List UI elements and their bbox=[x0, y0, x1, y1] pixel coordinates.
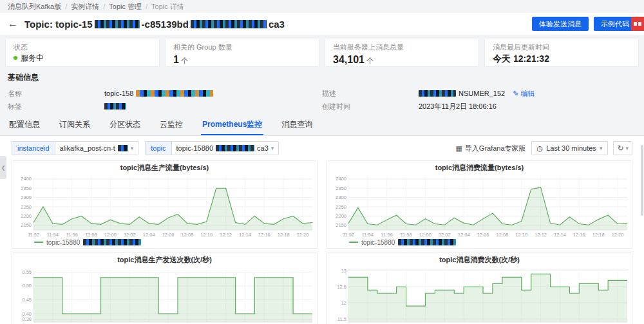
svg-text:12:12: 12:12 bbox=[220, 232, 232, 238]
breadcrumb-item[interactable]: Topic 管理 bbox=[109, 2, 142, 12]
title-prefix: Topic: topic-15 bbox=[24, 19, 93, 30]
edit-description-link[interactable]: ✎ 编辑 bbox=[513, 89, 535, 99]
svg-text:12:18: 12:18 bbox=[278, 232, 290, 238]
stat-card-updated: 消息最后更新时间 今天 12:21:32 bbox=[484, 39, 639, 67]
svg-text:12:04: 12:04 bbox=[458, 232, 470, 238]
stat-unit: 个 bbox=[366, 57, 374, 64]
feedback-glyph bbox=[634, 22, 637, 26]
filter-row: instanceid alikafka_post-cn-t ▾ topic to… bbox=[12, 140, 632, 157]
svg-text:12:18: 12:18 bbox=[592, 232, 605, 238]
legend-item[interactable]: topic-15880 bbox=[12, 238, 317, 248]
svg-text:2200: 2200 bbox=[21, 213, 32, 219]
svg-text:11.5: 11.5 bbox=[337, 316, 346, 322]
svg-text:12:08: 12:08 bbox=[182, 232, 194, 238]
info-label: 名称 bbox=[8, 89, 104, 99]
send-test-message-button[interactable]: 体验发送消息 bbox=[532, 17, 589, 31]
feedback-button-cut[interactable] bbox=[631, 17, 644, 31]
filter-right-controls: ▦ 导入Grafana专家版 ◷ Last 30 minutes ▾ ↻ ▾ bbox=[455, 141, 632, 155]
chart-panel-production-traffic: topic消息生产流量(bytes/s) 2150220022502300235… bbox=[12, 160, 317, 249]
instance-select-label: instanceid bbox=[12, 142, 55, 155]
svg-text:12:02: 12:02 bbox=[124, 232, 136, 238]
tab-message-query[interactable]: 消息查询 bbox=[280, 116, 314, 135]
tab-config[interactable]: 配置信息 bbox=[8, 116, 41, 135]
svg-text:11:52: 11:52 bbox=[343, 232, 354, 238]
import-grafana-button[interactable]: ▦ 导入Grafana专家版 bbox=[455, 144, 526, 153]
redacted-block bbox=[95, 20, 140, 28]
stat-label: 相关的 Group 数量 bbox=[173, 43, 311, 52]
consumption-count-chart: 11.51212.51311:5211:5411:5611:5812:0012:… bbox=[328, 266, 631, 324]
redacted-block bbox=[419, 90, 456, 97]
clock-icon: ◷ bbox=[537, 144, 544, 153]
section-title: 基础信息 bbox=[8, 72, 636, 83]
description-text: NSUMER_152 bbox=[459, 90, 505, 97]
svg-text:11:54: 11:54 bbox=[362, 232, 374, 238]
stat-value: 34,101个 bbox=[333, 53, 471, 66]
chart-panel-production-count: topic消息生产发送次数(次/秒) 0.380.400.450.500.551… bbox=[12, 253, 317, 324]
svg-text:11:56: 11:56 bbox=[381, 232, 393, 238]
back-icon[interactable]: ← bbox=[8, 19, 18, 29]
basic-info-section: 基础信息 名称 topic-158 描述 NSUMER_152 ✎ 编辑 标签 … bbox=[0, 70, 644, 114]
chart-title: topic消息生产流量(bytes/s) bbox=[12, 161, 317, 174]
chevron-down-icon: ▾ bbox=[625, 145, 629, 151]
legend-item[interactable]: topic-15880 bbox=[327, 238, 632, 248]
topic-select-value: topic-15880 ca3 ▾ bbox=[172, 144, 279, 152]
svg-text:2250: 2250 bbox=[336, 204, 346, 210]
breadcrumb: 消息队列Kafka版 / 实例详情 / Topic 管理 / Topic 详情 bbox=[0, 0, 644, 13]
chevron-down-icon: ▾ bbox=[271, 145, 274, 151]
svg-text:0.50: 0.50 bbox=[22, 283, 32, 289]
svg-text:11:58: 11:58 bbox=[85, 232, 97, 238]
vertical-scrollbar[interactable] bbox=[641, 145, 643, 216]
import-icon: ▦ bbox=[455, 144, 462, 153]
svg-text:12:00: 12:00 bbox=[104, 232, 117, 238]
svg-text:0.38: 0.38 bbox=[22, 316, 32, 322]
production-traffic-chart: 21502200225023002350240011:5211:5411:561… bbox=[13, 174, 316, 238]
page-title: Topic: topic-15 -c85139bd ca3 bbox=[24, 19, 285, 30]
stat-label: 当前服务器上消息总量 bbox=[333, 43, 471, 52]
svg-text:11:54: 11:54 bbox=[47, 232, 59, 238]
info-row-created: 创建时间 2023年11月2日 18:06:16 bbox=[322, 100, 636, 113]
group-count: 1 bbox=[173, 54, 179, 65]
redacted-block bbox=[398, 239, 456, 245]
svg-text:12:04: 12:04 bbox=[143, 232, 155, 238]
svg-text:11:58: 11:58 bbox=[400, 232, 412, 238]
tab-prometheus-monitor[interactable]: Prometheus监控 bbox=[201, 116, 263, 135]
stat-unit: 个 bbox=[181, 57, 188, 64]
info-label: 标签 bbox=[8, 102, 104, 111]
tab-cloud-monitor[interactable]: 云监控 bbox=[158, 116, 184, 135]
breadcrumb-item[interactable]: 实例详情 bbox=[71, 2, 99, 12]
redacted-block bbox=[191, 20, 267, 28]
svg-text:12:20: 12:20 bbox=[612, 232, 624, 238]
svg-text:12:06: 12:06 bbox=[477, 232, 489, 238]
svg-text:12:06: 12:06 bbox=[162, 232, 175, 238]
sample-code-button[interactable]: 示例代码 bbox=[594, 17, 636, 31]
stats-row: 状态 服务中 相关的 Group 数量 1个 当前服务器上消息总量 34,101… bbox=[5, 39, 639, 67]
legend-marker bbox=[34, 242, 43, 243]
refresh-button[interactable]: ↻ ▾ bbox=[613, 141, 632, 155]
feedback-glyph bbox=[638, 22, 641, 26]
instance-select[interactable]: instanceid alikafka_post-cn-t ▾ bbox=[12, 141, 138, 155]
svg-text:12:16: 12:16 bbox=[573, 232, 585, 238]
redacted-block bbox=[104, 103, 126, 110]
svg-text:2300: 2300 bbox=[336, 195, 346, 200]
tab-bar: 配置信息 订阅关系 分区状态 云监控 Prometheus监控 消息查询 bbox=[0, 116, 644, 136]
breadcrumb-item[interactable]: 消息队列Kafka版 bbox=[8, 2, 61, 12]
legend-marker bbox=[349, 242, 358, 243]
tab-partition-status[interactable]: 分区状态 bbox=[108, 116, 142, 135]
info-value: NSUMER_152 ✎ 编辑 bbox=[419, 89, 535, 99]
svg-text:12:00: 12:00 bbox=[419, 232, 431, 238]
prometheus-monitor-panel: instanceid alikafka_post-cn-t ▾ topic to… bbox=[0, 136, 644, 324]
breadcrumb-separator: / bbox=[65, 3, 67, 10]
page-header: ← Topic: topic-15 -c85139bd ca3 体验发送消息 示… bbox=[0, 13, 644, 35]
chart-title: topic消息消费流量(bytes/s) bbox=[327, 161, 632, 174]
sidebar-collapse-handle[interactable]: ❮ bbox=[0, 156, 6, 179]
stat-card-groups: 相关的 Group 数量 1个 bbox=[165, 39, 319, 67]
svg-text:2350: 2350 bbox=[21, 186, 32, 191]
svg-text:12:10: 12:10 bbox=[515, 232, 527, 238]
time-range-select[interactable]: ◷ Last 30 minutes ▾ bbox=[531, 141, 609, 155]
chart-title: topic消息生产发送次数(次/秒) bbox=[12, 253, 317, 266]
redacted-block bbox=[136, 90, 213, 97]
svg-text:0.40: 0.40 bbox=[22, 311, 32, 317]
topic-select[interactable]: topic topic-15880 ca3 ▾ bbox=[145, 141, 279, 155]
tab-subscriptions[interactable]: 订阅关系 bbox=[58, 116, 91, 135]
info-row-name: 名称 topic-158 bbox=[8, 87, 322, 100]
